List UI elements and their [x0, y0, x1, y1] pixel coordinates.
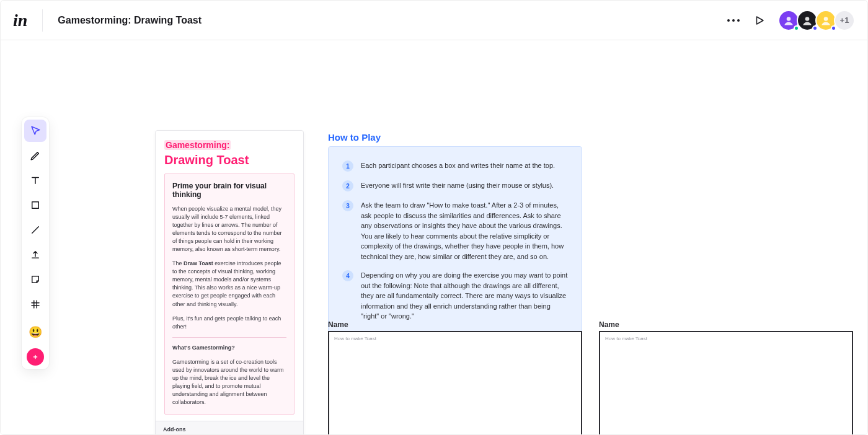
name-label-1: Name — [328, 320, 348, 329]
card-paragraph-1: When people visualize a mental model, th… — [172, 205, 286, 253]
step-text: Everyone will first write their name (us… — [361, 180, 554, 191]
addons-label[interactable]: Add-ons — [156, 421, 303, 434]
card-title-line2: Drawing Toast — [164, 153, 294, 167]
more-menu-button[interactable] — [722, 9, 745, 32]
svg-point-3 — [824, 17, 828, 21]
text-tool[interactable] — [24, 169, 46, 191]
plus-comment-icon — [30, 352, 40, 362]
collaborator-avatars: +1 — [781, 10, 855, 31]
step-text: Each participant chooses a box and write… — [361, 160, 555, 172]
play-icon — [754, 15, 765, 26]
name-label-2: Name — [599, 320, 619, 329]
svg-point-2 — [805, 17, 810, 21]
howto-step: 2Everyone will first write their name (u… — [342, 180, 568, 191]
line-icon — [30, 224, 41, 235]
card-title-line1: Gamestorming: — [164, 140, 231, 150]
pointer-icon — [30, 125, 41, 136]
app-root: in Gamestorming: Drawing Toast +1 Gamest… — [0, 0, 868, 435]
note-icon — [30, 274, 41, 285]
avatar-icon — [801, 14, 813, 27]
present-button[interactable] — [748, 9, 771, 32]
svg-marker-0 — [757, 17, 764, 24]
whats-heading: What's Gamestorming? — [172, 344, 286, 352]
avatar-icon — [820, 14, 832, 27]
card-description-box: Prime your brain for visual thinking Whe… — [164, 174, 294, 415]
sticky-note-tool[interactable] — [24, 268, 46, 291]
step-number-badge: 4 — [342, 270, 353, 281]
card-paragraph-2: The Draw Toast exercise introduces peopl… — [172, 260, 286, 308]
more-icon — [727, 19, 730, 22]
drawing-box-2-caption: How to make Toast — [605, 336, 647, 341]
step-text: Depending on why you are doing the exerc… — [361, 270, 568, 322]
select-tool[interactable] — [24, 120, 46, 142]
collaborator-avatar[interactable] — [797, 10, 818, 31]
text-icon — [30, 175, 41, 186]
invision-logo[interactable]: in — [13, 11, 27, 30]
upload-icon — [30, 249, 41, 260]
whats-text: Gamestorming is a set of co-creation too… — [172, 358, 286, 406]
add-tool-button[interactable] — [27, 348, 44, 366]
howto-step: 1Each participant chooses a box and writ… — [342, 160, 568, 172]
more-collaborators-badge[interactable]: +1 — [834, 10, 855, 31]
howto-box[interactable]: 1Each participant chooses a box and writ… — [328, 146, 582, 337]
step-number-badge: 1 — [342, 160, 353, 172]
drawing-box-1[interactable]: How to make Toast — [328, 331, 582, 434]
square-icon — [30, 200, 41, 211]
line-tool[interactable] — [24, 219, 46, 241]
document-title[interactable]: Gamestorming: Drawing Toast — [58, 15, 202, 26]
collaborator-avatar[interactable] — [778, 10, 799, 31]
freehand-canvas[interactable]: Gamestorming: Drawing Toast Prime your b… — [1, 41, 867, 434]
avatar-icon — [782, 14, 795, 27]
howto-step: 4Depending on why you are doing the exer… — [342, 270, 568, 322]
left-toolbar: 😃 — [22, 117, 49, 369]
svg-point-1 — [787, 17, 791, 21]
info-card[interactable]: Gamestorming: Drawing Toast Prime your b… — [155, 130, 304, 434]
step-number-badge: 3 — [342, 200, 353, 211]
grid-icon — [30, 299, 41, 310]
shape-tool[interactable] — [24, 194, 46, 216]
drawing-box-2[interactable]: How to make Toast — [599, 331, 853, 434]
howto-title: How to Play — [328, 132, 381, 143]
card-section-heading: Prime your brain for visual thinking — [172, 182, 286, 199]
pencil-icon — [30, 150, 41, 161]
grid-tool[interactable] — [24, 293, 46, 315]
header-bar: in Gamestorming: Drawing Toast +1 — [1, 1, 867, 40]
emoji-tool[interactable]: 😃 — [24, 321, 46, 343]
howto-step: 3Ask the team to draw "How to make toast… — [342, 200, 568, 261]
pencil-tool[interactable] — [24, 144, 46, 167]
collaborator-avatar[interactable] — [815, 10, 836, 31]
step-text: Ask the team to draw "How to make toast.… — [361, 200, 568, 261]
header-divider — [42, 9, 43, 32]
step-number-badge: 2 — [342, 180, 353, 191]
upload-tool[interactable] — [24, 244, 46, 266]
card-paragraph-3: Plus, it's fun and gets people talking t… — [172, 315, 286, 331]
svg-rect-6 — [32, 202, 39, 209]
drawing-box-1-caption: How to make Toast — [334, 336, 376, 341]
